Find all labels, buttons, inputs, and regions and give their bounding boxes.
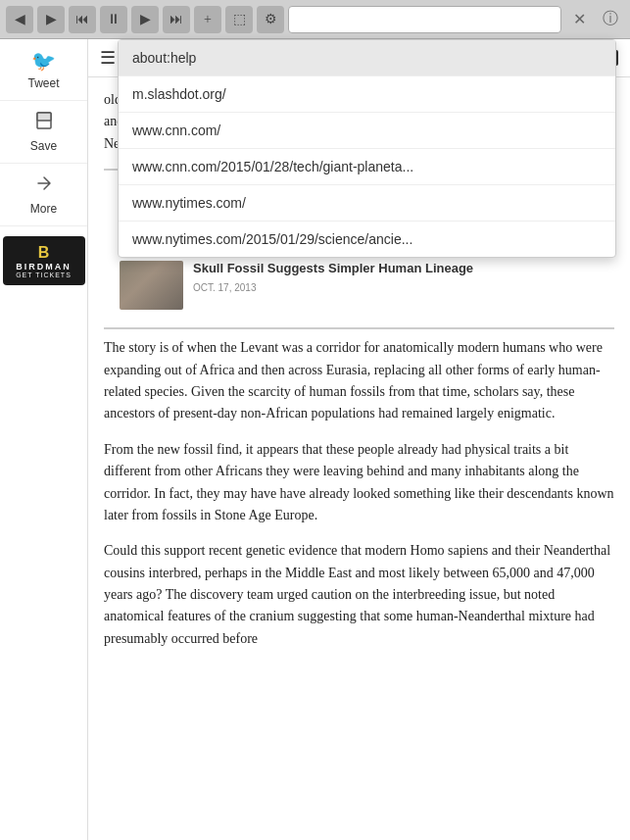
skip-back-button[interactable]: ⏮ bbox=[69, 6, 96, 33]
autocomplete-item-5[interactable]: www.nytimes.com/2015/01/29/science/ancie… bbox=[119, 222, 615, 257]
related-item-1[interactable]: Skull Fossil Suggests Simpler Human Line… bbox=[120, 261, 599, 310]
related-date-1: OCT. 17, 2013 bbox=[193, 280, 599, 296]
add-button[interactable]: + bbox=[194, 6, 221, 33]
tweet-label: Tweet bbox=[27, 76, 59, 90]
tweet-icon: 🐦 bbox=[31, 49, 56, 73]
related-title-1[interactable]: Skull Fossil Suggests Simpler Human Line… bbox=[193, 261, 599, 277]
sidebar: 🐦 Tweet Save More B BIRDMAN GET TICK bbox=[0, 39, 88, 840]
autocomplete-dropdown: about:help m.slashdot.org/ www.cnn.com/ … bbox=[118, 39, 616, 258]
article-paragraph-3: Could this support recent genetic eviden… bbox=[104, 540, 614, 650]
sidebar-save-button[interactable]: Save bbox=[0, 101, 87, 164]
ad-banner[interactable]: B BIRDMAN GET TICKETS bbox=[3, 236, 85, 285]
article-paragraph-2: From the new fossil find, it appears tha… bbox=[104, 439, 614, 527]
related-thumb-img-1 bbox=[120, 261, 183, 310]
save-icon bbox=[34, 111, 54, 135]
autocomplete-item-2[interactable]: www.cnn.com/ bbox=[119, 113, 615, 149]
autocomplete-item-3[interactable]: www.cnn.com/2015/01/28/tech/giant-planet… bbox=[119, 149, 615, 185]
more-icon bbox=[34, 173, 54, 198]
related-thumbnail-1 bbox=[120, 261, 183, 310]
close-button[interactable]: ✕ bbox=[565, 6, 593, 33]
skip-forward-button[interactable]: ⏭ bbox=[163, 6, 190, 33]
save-label: Save bbox=[30, 139, 57, 153]
pause-button[interactable]: ⏸ bbox=[100, 6, 127, 33]
svg-rect-1 bbox=[37, 113, 51, 121]
sidebar-tweet-button[interactable]: 🐦 Tweet bbox=[0, 39, 87, 101]
related-info-1: Skull Fossil Suggests Simpler Human Line… bbox=[193, 261, 599, 296]
autocomplete-item-1[interactable]: m.slashdot.org/ bbox=[119, 76, 615, 113]
autocomplete-item-0[interactable]: about:help bbox=[119, 40, 615, 76]
more-label: More bbox=[30, 202, 57, 216]
info-button[interactable]: ⓘ bbox=[597, 6, 624, 33]
play-button[interactable]: ▶ bbox=[131, 6, 159, 33]
browser-toolbar: ◀ ▶ ⏮ ⏸ ▶ ⏭ + ⬚ ⚙ ✕ ⓘ bbox=[0, 0, 630, 39]
url-bar[interactable] bbox=[288, 6, 561, 33]
forward-button[interactable]: ▶ bbox=[37, 6, 65, 33]
autocomplete-item-4[interactable]: www.nytimes.com/ bbox=[119, 185, 615, 222]
reader-mode-button[interactable]: ⬚ bbox=[225, 6, 253, 33]
settings-button[interactable]: ⚙ bbox=[257, 6, 284, 33]
back-button[interactable]: ◀ bbox=[6, 6, 33, 33]
ad-brand: BIRDMAN bbox=[16, 262, 72, 272]
hamburger-icon[interactable]: ☰ bbox=[100, 47, 116, 69]
article-paragraph-1: The story is of when the Levant was a co… bbox=[104, 337, 614, 425]
ad-brand-b: B bbox=[38, 244, 50, 262]
ad-sub: GET TICKETS bbox=[16, 272, 72, 278]
sidebar-more-button[interactable]: More bbox=[0, 164, 87, 226]
